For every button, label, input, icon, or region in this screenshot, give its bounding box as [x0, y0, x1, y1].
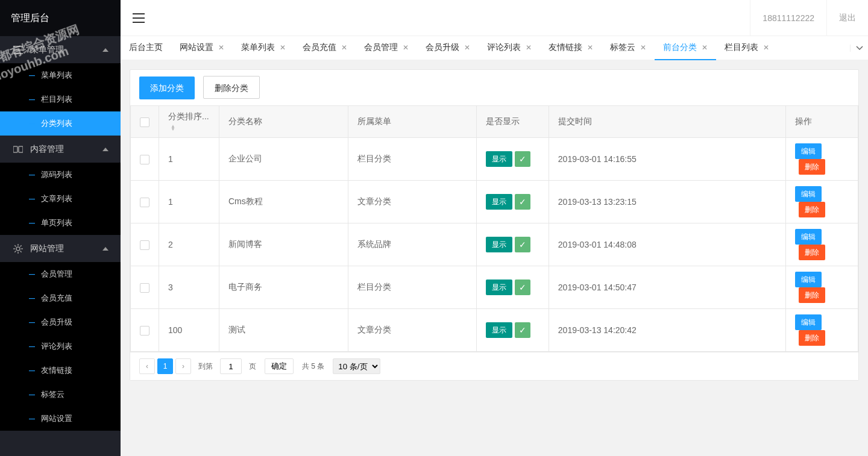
tab[interactable]: 会员升级✕ — [417, 36, 479, 60]
nav-group-1[interactable]: 内容管理 — [0, 136, 121, 163]
nav-item[interactable]: 源码列表 — [0, 163, 121, 187]
check-icon[interactable]: ✓ — [515, 194, 530, 210]
delete-button[interactable]: 删除 — [799, 245, 825, 260]
goto-confirm-button[interactable]: 确定 — [265, 358, 294, 374]
nav-item[interactable]: 会员充值 — [0, 286, 121, 310]
close-icon[interactable]: ✕ — [464, 43, 470, 52]
close-icon[interactable]: ✕ — [587, 43, 593, 52]
nav-item[interactable]: 分类列表 — [0, 111, 121, 136]
nav-item[interactable]: 标签云 — [0, 383, 121, 407]
check-icon[interactable]: ✓ — [515, 237, 530, 252]
tab[interactable]: 会员管理✕ — [356, 36, 417, 60]
nav-item[interactable]: 单页列表 — [0, 211, 121, 235]
chevron-up-icon — [102, 48, 108, 52]
nav-item[interactable]: 菜单列表 — [0, 63, 121, 87]
delete-button[interactable]: 删除 — [799, 287, 825, 303]
check-icon[interactable]: ✓ — [515, 322, 530, 338]
tab-label: 会员升级 — [426, 42, 459, 53]
sidebar-toggle[interactable] — [121, 0, 157, 36]
tab[interactable]: 会员充值✕ — [294, 36, 356, 60]
page-prev-button[interactable]: ‹ — [139, 358, 155, 374]
total-count: 共 5 条 — [302, 361, 324, 372]
close-icon[interactable]: ✕ — [280, 43, 286, 52]
tab-label: 会员充值 — [303, 42, 336, 53]
cell-name: 电子商务 — [219, 266, 348, 309]
tab[interactable]: 友情链接✕ — [540, 36, 602, 60]
nav-group-label: 菜单管理 — [30, 45, 64, 55]
nav-item[interactable]: 网站设置 — [0, 407, 121, 431]
cell-action: 编辑删除 — [786, 138, 858, 181]
page-size-select[interactable]: 10 条/页 — [333, 358, 380, 374]
table-row: 1Cms教程文章分类显示✓2019-03-13 13:23:15编辑删除 — [131, 181, 858, 223]
tab[interactable]: 栏目列表✕ — [716, 36, 778, 60]
edit-button[interactable]: 编辑 — [795, 186, 822, 202]
row-checkbox[interactable] — [140, 198, 149, 207]
page-number-1[interactable]: 1 — [157, 358, 173, 374]
nav-item[interactable]: 栏目列表 — [0, 87, 121, 111]
tab[interactable]: 评论列表✕ — [479, 36, 540, 60]
cell-name: 企业公司 — [219, 138, 348, 181]
cell-display: 显示✓ — [476, 223, 549, 266]
content-card: 添加分类 删除分类 分类排序... ▲▼ 分类名称 所属菜单 — [130, 69, 859, 381]
delete-category-button[interactable]: 删除分类 — [203, 76, 260, 99]
header-user-phone[interactable]: 18811112222 — [750, 0, 826, 36]
nav-item[interactable]: 文章列表 — [0, 187, 121, 211]
tabs-more-button[interactable] — [850, 45, 868, 52]
cell-name: 新闻博客 — [219, 223, 348, 266]
table-row: 3电子商务栏目分类显示✓2019-03-01 14:50:47编辑删除 — [131, 266, 858, 309]
delete-button[interactable]: 删除 — [799, 202, 825, 217]
row-checkbox[interactable] — [140, 240, 149, 250]
tab[interactable]: 后台主页 — [121, 36, 171, 60]
nav-item[interactable]: 评论列表 — [0, 334, 121, 358]
nav-item[interactable]: 友情链接 — [0, 358, 121, 383]
header-logout[interactable]: 退出 — [826, 0, 868, 36]
edit-button[interactable]: 编辑 — [795, 143, 822, 159]
page-next-button[interactable]: › — [175, 358, 191, 374]
delete-button[interactable]: 删除 — [799, 159, 825, 175]
edit-button[interactable]: 编辑 — [795, 272, 822, 287]
tab-label: 友情链接 — [549, 42, 582, 53]
cell-menu: 栏目分类 — [348, 266, 476, 309]
pagination: ‹ 1 › 到第 页 确定 共 5 条 10 条/页 — [130, 352, 858, 380]
tab[interactable]: 前台分类✕ — [655, 36, 716, 60]
nav-group-2[interactable]: 网站管理 — [0, 235, 121, 262]
cell-menu: 文章分类 — [348, 309, 476, 352]
cell-sort: 2 — [159, 223, 219, 266]
close-icon[interactable]: ✕ — [526, 43, 532, 52]
row-checkbox[interactable] — [140, 326, 149, 336]
nav-item[interactable]: 会员管理 — [0, 262, 121, 286]
close-icon[interactable]: ✕ — [763, 43, 769, 52]
nav-group-0[interactable]: 菜单管理 — [0, 36, 121, 63]
close-icon[interactable]: ✕ — [218, 43, 224, 52]
col-name: 分类名称 — [219, 106, 348, 138]
row-checkbox[interactable] — [140, 155, 149, 164]
cell-display: 显示✓ — [476, 138, 549, 181]
close-icon[interactable]: ✕ — [403, 43, 409, 52]
check-icon[interactable]: ✓ — [515, 151, 530, 167]
nav-item[interactable]: 会员升级 — [0, 310, 121, 334]
delete-button[interactable]: 删除 — [799, 330, 825, 346]
tab[interactable]: 标签云✕ — [602, 36, 655, 60]
cell-display: 显示✓ — [476, 309, 549, 352]
logo-title: 管理后台 — [0, 0, 121, 36]
tab-label: 后台主页 — [129, 42, 163, 53]
edit-button[interactable]: 编辑 — [795, 314, 822, 330]
col-action: 操作 — [786, 106, 858, 138]
sort-arrows-icon: ▲▼ — [171, 125, 175, 131]
tab[interactable]: 网站设置✕ — [171, 36, 233, 60]
table-row: 1企业公司栏目分类显示✓2019-03-01 14:16:55编辑删除 — [131, 138, 858, 181]
check-icon[interactable]: ✓ — [515, 280, 530, 295]
goto-page-input[interactable] — [220, 358, 242, 374]
col-sort[interactable]: 分类排序... ▲▼ — [159, 106, 219, 138]
add-category-button[interactable]: 添加分类 — [139, 77, 195, 99]
row-checkbox[interactable] — [140, 283, 149, 293]
tab[interactable]: 菜单列表✕ — [233, 36, 294, 60]
close-icon[interactable]: ✕ — [702, 43, 708, 52]
category-table: 分类排序... ▲▼ 分类名称 所属菜单 是否显示 提交时间 操作 1企业公司栏… — [130, 105, 858, 352]
close-icon[interactable]: ✕ — [341, 43, 347, 52]
edit-button[interactable]: 编辑 — [795, 229, 822, 245]
close-icon[interactable]: ✕ — [640, 43, 646, 52]
select-all-checkbox[interactable] — [140, 117, 149, 127]
tab-label: 会员管理 — [364, 42, 398, 53]
chevron-up-icon — [102, 247, 108, 251]
